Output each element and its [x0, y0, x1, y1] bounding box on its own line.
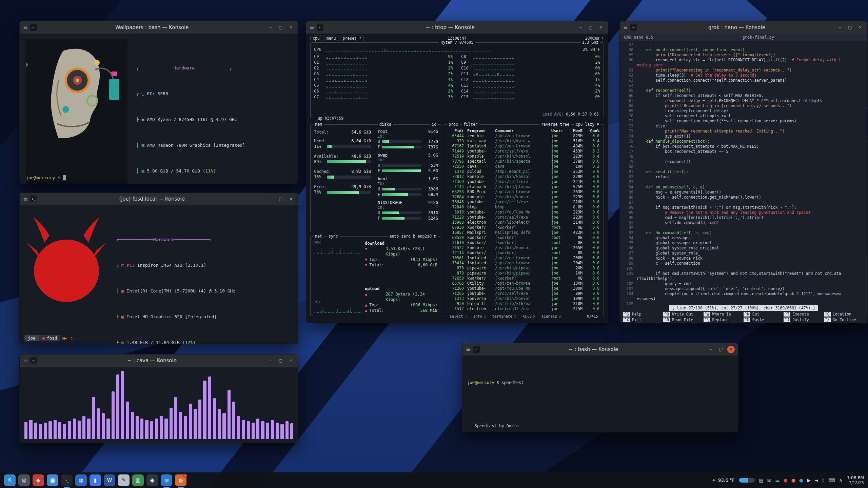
settings-app-icon[interactable]: ◉: [146, 474, 158, 486]
maximize-button[interactable]: ▢: [277, 195, 284, 203]
hamburger-icon[interactable]: ≡: [23, 196, 27, 202]
process-row[interactable]: 65765Utility/opt/zen-browsejoe130M0.0: [446, 281, 601, 286]
process-row[interactable]: 72550cavacavajoe10M0.2: [446, 164, 601, 169]
proc-filter[interactable]: filter: [462, 122, 479, 127]
process-row[interactable]: 72519konsole/usr/bin/konsoljoe223M0.4: [446, 154, 601, 159]
process-row[interactable]: 31527konsole/usr/bin/konsoljoe265M0.0: [446, 245, 601, 250]
process-row[interactable]: 929kwin_way/usr/bin/kwin_wjoe516M0.4: [446, 139, 601, 144]
titlebar[interactable]: ≡ >_ ~ : cava — Konsole – ▢ ✕: [20, 354, 298, 367]
process-row[interactable]: 3910youtube-/opt/YouTube Mujoe223M0.0: [446, 210, 601, 215]
word-icon[interactable]: W: [104, 474, 115, 486]
process-row[interactable]: 878pipewire/usr/bin/pipewijoe10M0.0: [446, 271, 601, 276]
bluetooth-icon[interactable]: ᛒ: [822, 477, 825, 483]
btop-tab[interactable]: preset *: [340, 36, 363, 41]
konsole-icon[interactable]: >_: [61, 474, 73, 486]
chrome-icon[interactable]: ●: [784, 477, 788, 483]
titlebar[interactable]: ≡ >_ ~ : btop — Konsole – ▢ ✕: [306, 21, 608, 34]
process-row[interactable]: 72812konsole/usr/bin/konsoljoe229M0.0: [446, 174, 601, 179]
display-icon[interactable]: ▤: [759, 477, 764, 483]
chat-app-icon[interactable]: ✉: [161, 474, 172, 486]
process-row[interactable]: 73645youtube-/proc/self/exejoe220M0.0: [446, 200, 601, 205]
process-row[interactable]: 70561Isolated/opt/zen-browsejoe208M0.0: [446, 256, 601, 261]
keyboard-icon[interactable]: ⌨: [828, 477, 835, 483]
btop-tab[interactable]: cpu: [310, 36, 322, 41]
gray-circle-app-icon[interactable]: ◎: [18, 474, 30, 486]
proc-action[interactable]: select↵: [448, 314, 468, 319]
process-row[interactable]: 67167Isolated/opt/zen-browsejoe484M0.0: [446, 144, 601, 149]
firefox-icon[interactable]: ●: [791, 477, 795, 483]
process-row[interactable]: 1373konversa/usr/bin/konverjoe109M0.0: [446, 296, 601, 301]
brightness-slider[interactable]: [739, 478, 755, 483]
browser-app-icon[interactable]: ◍: [75, 474, 87, 486]
notes-app-icon[interactable]: ✎: [118, 474, 130, 486]
terminal-area[interactable]: ┌─────────────Hardware─────────────┐ ┌ ▢…: [20, 205, 298, 344]
clock[interactable]: 1:08 PM7/18/25: [847, 475, 864, 486]
process-row[interactable]: 15988electron/usr/lib/electrjoe314M0.0: [446, 220, 601, 225]
maximize-button[interactable]: ▢: [717, 346, 725, 353]
orange-app-icon[interactable]: ◍: [175, 474, 186, 486]
blue-app-icon[interactable]: ●: [799, 477, 803, 483]
process-row[interactable]: 67930kworker/[kworker]root0B0.0: [446, 225, 601, 230]
process-row[interactable]: 71449youtube-/proc/self/exejoe453M0.2: [446, 149, 601, 154]
maximize-button[interactable]: ▢: [587, 24, 594, 31]
process-row[interactable]: 1517electronelectron37 /usrjoe215M0.0: [446, 306, 601, 311]
process-row[interactable]: 72840btopbtopjoe8.8M0.0: [446, 205, 601, 210]
maximize-button[interactable]: ▢: [277, 24, 284, 31]
close-button[interactable]: ✕: [287, 195, 295, 203]
minimize-button[interactable]: –: [267, 195, 274, 203]
volume-icon[interactable]: ◄: [814, 477, 818, 483]
process-row[interactable]: 873pipewire/usr/bin/pipewijoe20M0.0: [446, 266, 601, 271]
close-button[interactable]: ✕: [287, 357, 295, 364]
btop-monitor[interactable]: cpumenupreset * 13:08:47 2000ms + Ryzen …: [306, 34, 608, 323]
process-row[interactable]: 71369youtube-/proc/self/exejoe221M0.0: [446, 179, 601, 184]
hamburger-icon[interactable]: ≡: [23, 358, 27, 364]
terminal-area[interactable]: [20, 367, 298, 443]
process-row[interactable]: 71228youtube-/proc/self/exejoe223M0.0: [446, 215, 601, 220]
temperature-widget[interactable]: ☀93.6 °F: [712, 477, 735, 483]
proc-action[interactable]: terminatet: [491, 314, 518, 319]
proc-action[interactable]: killk: [521, 314, 537, 319]
process-row[interactable]: 1143plasmash/usr/bin/plasmajoe525M0.0: [446, 184, 601, 189]
tray-expand-icon[interactable]: ∧: [839, 477, 842, 483]
minimize-button[interactable]: –: [707, 346, 714, 353]
close-button[interactable]: ✕: [287, 24, 295, 31]
titlebar[interactable]: ≡ >_ Wallpapers : bash — Konsole – ▢ ✕: [20, 21, 298, 34]
chart-app-icon[interactable]: ▥: [132, 474, 144, 486]
desktop[interactable]: { "windows": { "arch": { "title": "Wallp…: [0, 0, 868, 488]
close-button[interactable]: ✕: [597, 24, 605, 31]
titlebar[interactable]: ≡ >_ (joe) fbsd.local — Konsole – ▢ ✕: [20, 193, 298, 205]
titlebar[interactable]: ≡ >_ ~ : bash — Konsole – ▢ ✕: [462, 343, 738, 355]
code-area[interactable]: 57 58 def on_disconnect(self, connection…: [623, 42, 866, 305]
process-row[interactable]: 65444zen-bin/opt/zen-browsejoe829M0.0: [446, 134, 601, 139]
nano-editor[interactable]: GNU nano 8.5 grok-final.py 57 58 def on_…: [620, 34, 867, 323]
hamburger-icon[interactable]: ≡: [310, 24, 314, 31]
message-icon[interactable]: ✉: [767, 477, 771, 483]
maximize-button[interactable]: ▢: [277, 357, 284, 364]
file-manager-icon[interactable]: ▣: [47, 474, 58, 486]
process-row[interactable]: 16857MailspriMailspring defajoe423M0.0: [446, 230, 601, 235]
titlebar[interactable]: ≡ >_ grok : nano — Konsole – ▢ ✕: [620, 21, 867, 34]
process-table-header[interactable]: Pid: Program: Command: User: MemB Cpu%: [446, 128, 601, 134]
btop-tab[interactable]: menu: [324, 36, 338, 41]
process-row[interactable]: 72114kworker/[kworker]root0B0.0: [446, 250, 601, 256]
close-button[interactable]: ✕: [727, 346, 735, 353]
proc-sort[interactable]: cpu lazy ▼: [574, 122, 601, 127]
proc-action[interactable]: signalss: [540, 314, 563, 319]
minimize-button[interactable]: –: [836, 24, 844, 31]
cloud-icon[interactable]: ☁: [775, 477, 780, 483]
process-row[interactable]: 1378pcloud/tmp/.mount_pcljoe253M0.0: [446, 169, 601, 174]
shield-app-icon[interactable]: ◆: [33, 474, 44, 486]
process-row[interactable]: 72653kworker/[kworker]root0B0.0: [446, 276, 601, 281]
terminal-area[interactable]: ┌─────────────Hardware─────────────┐ ┌ ▢…: [20, 34, 298, 184]
process-row[interactable]: 65253RDD Proc/opt/zen-browsejoe263M0.0: [446, 189, 601, 195]
proc-options[interactable]: reverse tree: [539, 122, 571, 127]
kde-launcher-icon[interactable]: K: [4, 474, 16, 486]
minimize-button[interactable]: –: [267, 357, 274, 364]
process-row[interactable]: 70414Isolated/opt/zen-browsejoe204M0.0: [446, 261, 601, 266]
hamburger-icon[interactable]: ≡: [623, 24, 628, 31]
net-sync-label[interactable]: sync: [327, 234, 340, 239]
terminal-area[interactable]: joe@mercury $ speedtest Speedtest by Ook…: [462, 355, 738, 432]
process-row[interactable]: 71266youtube-/proc/self/exejoe89M0.0: [446, 291, 601, 296]
maximize-button[interactable]: ▢: [846, 24, 854, 31]
close-button[interactable]: ✕: [856, 24, 864, 31]
